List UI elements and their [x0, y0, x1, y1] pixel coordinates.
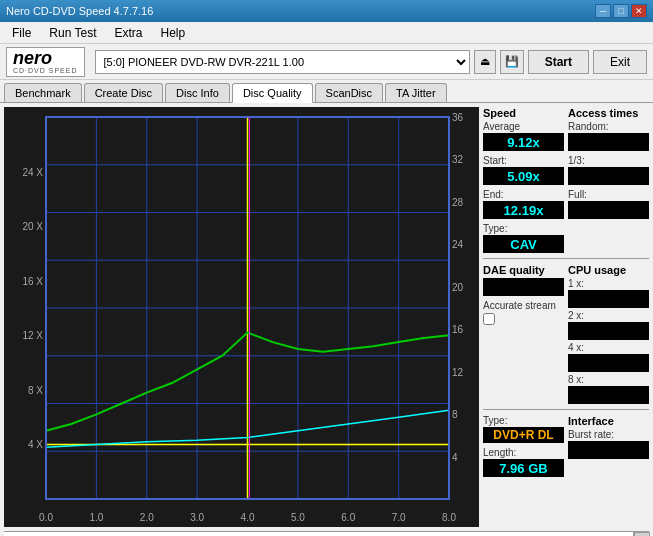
burst-value: [568, 441, 649, 459]
window-controls: ─ □ ✕: [595, 4, 647, 18]
chart-inner: [4, 107, 479, 527]
maximize-button[interactable]: □: [613, 4, 629, 18]
logo-text: nero: [13, 49, 78, 67]
third-value: [568, 167, 649, 185]
close-button[interactable]: ✕: [631, 4, 647, 18]
dae-panel: DAE quality Accurate stream: [483, 264, 564, 404]
accurate-stream-row: [483, 313, 564, 325]
access-panel: Access times Random: 1/3: Full:: [568, 107, 649, 253]
menu-bar: File Run Test Extra Help: [0, 22, 653, 44]
menu-extra[interactable]: Extra: [106, 24, 150, 42]
speed-title: Speed: [483, 107, 564, 119]
tab-ta-jitter[interactable]: TA Jitter: [385, 83, 447, 102]
tab-disc-quality[interactable]: Disc Quality: [232, 83, 313, 103]
logo-sub: CD·DVD SPEED: [13, 67, 78, 74]
window-title: Nero CD-DVD Speed 4.7.7.16: [6, 5, 153, 17]
interface-panel: Interface Burst rate:: [568, 415, 649, 477]
menu-run-test[interactable]: Run Test: [41, 24, 104, 42]
speed-panel: Speed Average 9.12x Start: 5.09x End: 12…: [483, 107, 564, 253]
type-label: Type:: [483, 223, 564, 234]
third-label: 1/3:: [568, 155, 649, 166]
tab-benchmark[interactable]: Benchmark: [4, 83, 82, 102]
end-label: End:: [483, 189, 564, 200]
cpu-x2-label: 2 x:: [568, 310, 649, 321]
chart-canvas: [4, 107, 479, 527]
average-label: Average: [483, 121, 564, 132]
start-value: 5.09x: [483, 167, 564, 185]
tab-scan-disc[interactable]: ScanDisc: [315, 83, 383, 102]
cpu-x2-value: [568, 322, 649, 340]
full-value: [568, 201, 649, 219]
dae-value: [483, 278, 564, 296]
tab-disc-info[interactable]: Disc Info: [165, 83, 230, 102]
tab-create-disc[interactable]: Create Disc: [84, 83, 163, 102]
scroll-up-button[interactable]: ▲: [634, 532, 650, 536]
minimize-button[interactable]: ─: [595, 4, 611, 18]
menu-file[interactable]: File: [4, 24, 39, 42]
chart-area: [4, 107, 479, 527]
accurate-stream-label: Accurate stream: [483, 300, 564, 311]
average-value: 9.12x: [483, 133, 564, 151]
cpu-x8-label: 8 x:: [568, 374, 649, 385]
toolbar: nero CD·DVD SPEED [5:0] PIONEER DVD-RW D…: [0, 44, 653, 80]
cpu-x1-label: 1 x:: [568, 278, 649, 289]
start-button[interactable]: Start: [528, 50, 589, 74]
right-panel: Speed Average 9.12x Start: 5.09x End: 12…: [483, 103, 653, 531]
disc-type-value: DVD+R DL: [483, 427, 564, 443]
menu-help[interactable]: Help: [153, 24, 194, 42]
access-title: Access times: [568, 107, 649, 119]
random-value: [568, 133, 649, 151]
log-area: [21:55:08] Starting transfer rate test […: [4, 531, 649, 536]
burst-label: Burst rate:: [568, 429, 649, 440]
drive-select[interactable]: [5:0] PIONEER DVD-RW DVR-221L 1.00: [95, 50, 470, 74]
cpu-x4-value: [568, 354, 649, 372]
accurate-stream-checkbox[interactable]: [483, 313, 495, 325]
cpu-x4-label: 4 x:: [568, 342, 649, 353]
end-value: 12.19x: [483, 201, 564, 219]
start-label: Start:: [483, 155, 564, 166]
dae-title: DAE quality: [483, 264, 564, 276]
cpu-panel: CPU usage 1 x: 2 x: 4 x: 8 x:: [568, 264, 649, 404]
cpu-title: CPU usage: [568, 264, 649, 276]
disc-type-label: Type:: [483, 415, 564, 426]
log-content: [21:55:08] Starting transfer rate test […: [4, 532, 633, 536]
disc-panel: Type: DVD+R DL Length: 7.96 GB: [483, 415, 564, 477]
interface-title: Interface: [568, 415, 649, 427]
main-content: Speed Average 9.12x Start: 5.09x End: 12…: [0, 103, 653, 531]
exit-button[interactable]: Exit: [593, 50, 647, 74]
nero-logo: nero CD·DVD SPEED: [6, 47, 85, 77]
type-value: CAV: [483, 235, 564, 253]
cpu-x1-value: [568, 290, 649, 308]
random-label: Random:: [568, 121, 649, 132]
disc-length-value: 7.96 GB: [483, 459, 564, 477]
cpu-x8-value: [568, 386, 649, 404]
divider-1: [483, 258, 649, 259]
tab-bar: Benchmark Create Disc Disc Info Disc Qua…: [0, 80, 653, 103]
eject-button[interactable]: ⏏: [474, 50, 496, 74]
log-scrollbar[interactable]: ▲ ▼: [633, 532, 649, 536]
title-bar: Nero CD-DVD Speed 4.7.7.16 ─ □ ✕: [0, 0, 653, 22]
disc-length-label: Length:: [483, 447, 564, 458]
save-button[interactable]: 💾: [500, 50, 524, 74]
full-label: Full:: [568, 189, 649, 200]
divider-2: [483, 409, 649, 410]
